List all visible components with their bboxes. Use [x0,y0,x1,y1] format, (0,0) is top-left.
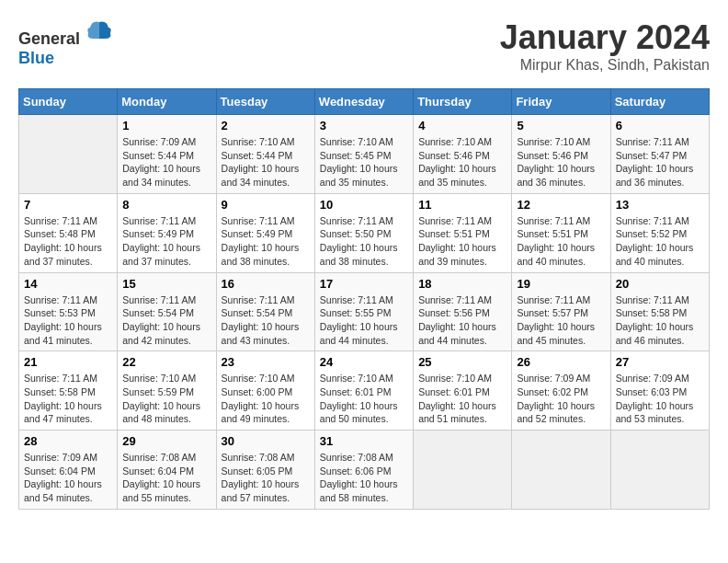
day-info: Sunrise: 7:10 AM Sunset: 6:01 PM Dayligh… [320,372,408,426]
day-info: Sunrise: 7:11 AM Sunset: 5:50 PM Dayligh… [320,214,408,269]
logo: General Blue [18,18,112,68]
weekday-header: Tuesday [216,89,314,115]
day-info: Sunrise: 7:11 AM Sunset: 5:55 PM Dayligh… [320,293,408,348]
calendar-cell: 6Sunrise: 7:11 AM Sunset: 5:47 PM Daylig… [610,115,709,194]
calendar-cell: 16Sunrise: 7:11 AM Sunset: 5:54 PM Dayli… [216,272,314,351]
day-number: 6 [616,119,704,132]
calendar-cell [610,431,709,510]
calendar-cell: 1Sunrise: 7:09 AM Sunset: 5:44 PM Daylig… [118,115,216,194]
day-number: 19 [517,277,605,291]
logo-icon [86,18,112,44]
calendar-cell: 24Sunrise: 7:10 AM Sunset: 6:01 PM Dayli… [314,351,413,431]
day-number: 3 [320,119,408,132]
day-info: Sunrise: 7:10 AM Sunset: 5:46 PM Dayligh… [517,135,605,190]
day-number: 1 [122,119,210,132]
calendar-cell: 11Sunrise: 7:11 AM Sunset: 5:51 PM Dayli… [414,193,512,272]
calendar-cell: 8Sunrise: 7:11 AM Sunset: 5:49 PM Daylig… [118,193,216,272]
day-number: 4 [418,119,506,132]
day-number: 13 [616,198,704,212]
day-info: Sunrise: 7:09 AM Sunset: 6:04 PM Dayligh… [24,451,112,505]
main-title: January 2024 [500,18,710,57]
calendar-cell: 29Sunrise: 7:08 AM Sunset: 6:04 PM Dayli… [118,431,216,510]
day-info: Sunrise: 7:10 AM Sunset: 5:46 PM Dayligh… [418,135,506,190]
day-number: 22 [122,355,210,369]
day-number: 28 [24,434,112,448]
day-info: Sunrise: 7:10 AM Sunset: 5:44 PM Dayligh… [222,135,310,190]
calendar-cell: 2Sunrise: 7:10 AM Sunset: 5:44 PM Daylig… [216,115,314,194]
day-number: 5 [517,119,605,132]
logo-general: General [18,29,80,48]
day-number: 11 [418,198,506,212]
day-info: Sunrise: 7:11 AM Sunset: 5:49 PM Dayligh… [222,214,310,269]
day-info: Sunrise: 7:11 AM Sunset: 5:47 PM Dayligh… [616,135,704,190]
day-number: 27 [616,355,704,369]
weekday-header: Monday [118,89,216,115]
weekday-header: Thursday [414,89,512,115]
logo-blue: Blue [18,49,54,67]
calendar-row: 28Sunrise: 7:09 AM Sunset: 6:04 PM Dayli… [19,431,710,510]
calendar-row: 7Sunrise: 7:11 AM Sunset: 5:48 PM Daylig… [19,193,710,272]
day-number: 16 [222,277,310,291]
day-info: Sunrise: 7:11 AM Sunset: 5:51 PM Dayligh… [517,214,605,269]
weekday-header: Wednesday [314,89,413,115]
calendar-cell: 7Sunrise: 7:11 AM Sunset: 5:48 PM Daylig… [19,193,118,272]
weekday-header-row: SundayMondayTuesdayWednesdayThursdayFrid… [19,89,710,115]
day-number: 2 [222,119,310,132]
calendar-cell: 12Sunrise: 7:11 AM Sunset: 5:51 PM Dayli… [512,193,610,272]
calendar-cell: 28Sunrise: 7:09 AM Sunset: 6:04 PM Dayli… [19,431,118,510]
day-info: Sunrise: 7:10 AM Sunset: 5:45 PM Dayligh… [320,135,408,190]
day-info: Sunrise: 7:10 AM Sunset: 6:01 PM Dayligh… [418,372,506,426]
weekday-header: Friday [512,89,610,115]
day-number: 20 [616,277,704,291]
day-info: Sunrise: 7:10 AM Sunset: 5:59 PM Dayligh… [122,372,210,426]
calendar-cell [414,431,512,510]
calendar-row: 1Sunrise: 7:09 AM Sunset: 5:44 PM Daylig… [19,115,710,194]
day-info: Sunrise: 7:11 AM Sunset: 5:58 PM Dayligh… [24,372,112,426]
day-info: Sunrise: 7:09 AM Sunset: 5:44 PM Dayligh… [122,135,210,190]
day-info: Sunrise: 7:11 AM Sunset: 5:53 PM Dayligh… [24,293,112,348]
day-number: 31 [320,434,408,448]
day-number: 15 [122,277,210,291]
day-number: 25 [418,355,506,369]
calendar-cell: 20Sunrise: 7:11 AM Sunset: 5:58 PM Dayli… [610,272,709,351]
calendar-cell: 21Sunrise: 7:11 AM Sunset: 5:58 PM Dayli… [19,351,118,431]
day-number: 18 [418,277,506,291]
calendar-cell: 10Sunrise: 7:11 AM Sunset: 5:50 PM Dayli… [314,193,413,272]
calendar-cell: 18Sunrise: 7:11 AM Sunset: 5:56 PM Dayli… [414,272,512,351]
calendar-row: 21Sunrise: 7:11 AM Sunset: 5:58 PM Dayli… [19,351,710,431]
day-number: 7 [24,198,112,212]
calendar-cell: 14Sunrise: 7:11 AM Sunset: 5:53 PM Dayli… [19,272,118,351]
day-info: Sunrise: 7:09 AM Sunset: 6:02 PM Dayligh… [517,372,605,426]
calendar-cell: 13Sunrise: 7:11 AM Sunset: 5:52 PM Dayli… [610,193,709,272]
day-number: 30 [222,434,310,448]
weekday-header: Sunday [19,89,118,115]
calendar-cell: 23Sunrise: 7:10 AM Sunset: 6:00 PM Dayli… [216,351,314,431]
title-section: January 2024 Mirpur Khas, Sindh, Pakista… [500,18,710,74]
calendar-cell: 5Sunrise: 7:10 AM Sunset: 5:46 PM Daylig… [512,115,610,194]
calendar-cell: 31Sunrise: 7:08 AM Sunset: 6:06 PM Dayli… [314,431,413,510]
day-info: Sunrise: 7:09 AM Sunset: 6:03 PM Dayligh… [616,372,704,426]
calendar-cell: 17Sunrise: 7:11 AM Sunset: 5:55 PM Dayli… [314,272,413,351]
calendar-cell [512,431,610,510]
day-info: Sunrise: 7:11 AM Sunset: 5:49 PM Dayligh… [122,214,210,269]
calendar-cell: 25Sunrise: 7:10 AM Sunset: 6:01 PM Dayli… [414,351,512,431]
calendar-cell: 15Sunrise: 7:11 AM Sunset: 5:54 PM Dayli… [118,272,216,351]
calendar-cell: 9Sunrise: 7:11 AM Sunset: 5:49 PM Daylig… [216,193,314,272]
day-info: Sunrise: 7:08 AM Sunset: 6:06 PM Dayligh… [320,451,408,505]
day-number: 12 [517,198,605,212]
day-info: Sunrise: 7:11 AM Sunset: 5:52 PM Dayligh… [616,214,704,269]
day-info: Sunrise: 7:11 AM Sunset: 5:57 PM Dayligh… [517,293,605,348]
calendar-cell: 3Sunrise: 7:10 AM Sunset: 5:45 PM Daylig… [314,115,413,194]
calendar-cell: 26Sunrise: 7:09 AM Sunset: 6:02 PM Dayli… [512,351,610,431]
day-info: Sunrise: 7:10 AM Sunset: 6:00 PM Dayligh… [222,372,310,426]
calendar-cell: 30Sunrise: 7:08 AM Sunset: 6:05 PM Dayli… [216,431,314,510]
calendar-row: 14Sunrise: 7:11 AM Sunset: 5:53 PM Dayli… [19,272,710,351]
calendar-cell: 27Sunrise: 7:09 AM Sunset: 6:03 PM Dayli… [610,351,709,431]
day-info: Sunrise: 7:11 AM Sunset: 5:54 PM Dayligh… [222,293,310,348]
day-info: Sunrise: 7:11 AM Sunset: 5:51 PM Dayligh… [418,214,506,269]
calendar-cell: 4Sunrise: 7:10 AM Sunset: 5:46 PM Daylig… [414,115,512,194]
day-info: Sunrise: 7:08 AM Sunset: 6:05 PM Dayligh… [222,451,310,505]
day-info: Sunrise: 7:08 AM Sunset: 6:04 PM Dayligh… [122,451,210,505]
day-number: 14 [24,277,112,291]
calendar-cell [19,115,118,194]
